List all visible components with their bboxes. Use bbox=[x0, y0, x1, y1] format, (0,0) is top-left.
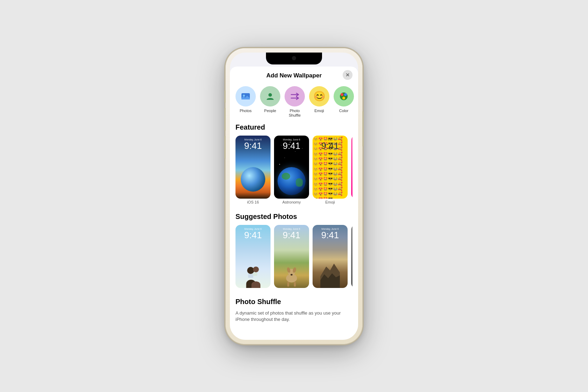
phone-frame: Add New Wallpaper ✕ Photos bbox=[226, 48, 362, 344]
wallpaper-types-row: Photos People bbox=[230, 83, 358, 123]
power-button bbox=[362, 111, 364, 146]
volume-up-button bbox=[224, 108, 226, 131]
svg-point-2 bbox=[268, 93, 272, 97]
people-time-overlay: Monday, June 6 9:41 bbox=[235, 225, 271, 240]
svg-rect-17 bbox=[294, 282, 296, 287]
suggested-card-landscape[interactable]: Monday, June 6 9:41 bbox=[313, 225, 348, 288]
photos-type-icon bbox=[235, 86, 256, 106]
camera bbox=[292, 56, 296, 60]
featured-section: Featured Monday, June 6 9:41 bbox=[235, 123, 353, 204]
wallpaper-type-people[interactable]: People bbox=[260, 86, 280, 118]
dog-clock: 9:41 bbox=[274, 230, 309, 240]
earth-image bbox=[278, 167, 306, 195]
wallpaper-type-shuffle[interactable]: PhotoShuffle bbox=[285, 86, 305, 118]
suggested-row: Monday, June 6 9:41 bbox=[235, 225, 353, 288]
wallpaper-type-emoji[interactable]: 😊 Emoji bbox=[309, 86, 329, 118]
color-label: Color bbox=[339, 109, 348, 113]
wallpaper-type-color[interactable]: Color bbox=[334, 86, 354, 118]
notch bbox=[266, 53, 322, 64]
emoji-wallpaper: 😊😍🤩😎😂🥰😊😍🤩😎😂🥰😊😍🤩😎😂🥰😊😍🤩😎😂🥰😊😍🤩😎😂🥰😊😍🤩😎😂🥰😊😍🤩😎… bbox=[313, 136, 348, 199]
emoji-clock: 9:41 bbox=[313, 141, 348, 151]
people-clock: 9:41 bbox=[235, 230, 271, 240]
emoji-card-label: Emoji bbox=[313, 200, 348, 204]
featured-card-astronomy[interactable]: Monday, June 6 9:41 Astronomy bbox=[274, 136, 309, 204]
phone-screen: Add New Wallpaper ✕ Photos bbox=[230, 53, 358, 340]
pink-wallpaper bbox=[351, 136, 353, 199]
featured-card-ios16[interactable]: Monday, June 6 9:41 iOS 16 bbox=[235, 136, 271, 204]
suggested-card-dog[interactable]: Monday, June 6 9:41 bbox=[274, 225, 309, 288]
svg-point-1 bbox=[243, 95, 245, 97]
ios16-time-overlay: Monday, June 6 9:41 bbox=[235, 136, 271, 151]
ios16-clock: 9:41 bbox=[235, 141, 271, 151]
suggested-title: Suggested Photos bbox=[235, 213, 353, 221]
photo-shuffle-section: Photo Shuffle A dynamic set of photos th… bbox=[235, 296, 353, 323]
photo-shuffle-title: Photo Shuffle bbox=[235, 298, 353, 306]
suggested-photos-section: Suggested Photos bbox=[235, 213, 353, 288]
shuffle-type-icon bbox=[285, 86, 305, 106]
astronomy-card-label: Astronomy bbox=[274, 200, 309, 204]
dog-time-overlay: Monday, June 6 9:41 bbox=[274, 225, 309, 240]
close-icon: ✕ bbox=[346, 72, 350, 78]
sheet-header: Add New Wallpaper ✕ bbox=[230, 67, 358, 83]
people-type-icon bbox=[260, 86, 280, 106]
sheet-title: Add New Wallpaper bbox=[266, 72, 322, 79]
astronomy-clock: 9:41 bbox=[274, 141, 309, 151]
landscape-photo-wallpaper: Monday, June 6 9:41 bbox=[313, 225, 348, 288]
svg-point-4 bbox=[341, 93, 343, 96]
volume-down-button bbox=[224, 136, 226, 159]
svg-rect-10 bbox=[253, 272, 257, 276]
suggested-card-partial[interactable] bbox=[351, 225, 353, 288]
emoji-time-overlay: 9:41 9:41 bbox=[313, 136, 348, 151]
sheet-scroll-area[interactable]: Featured Monday, June 6 9:41 bbox=[230, 123, 358, 340]
landscape-clock: 9:41 bbox=[313, 230, 348, 240]
featured-row: Monday, June 6 9:41 iOS 16 bbox=[235, 136, 353, 204]
featured-card-partial[interactable] bbox=[351, 136, 353, 204]
landscape-time-overlay: Monday, June 6 9:41 bbox=[313, 225, 348, 240]
emoji-label: Emoji bbox=[314, 109, 324, 113]
shuffle-label: PhotoShuffle bbox=[289, 109, 301, 118]
svg-point-15 bbox=[290, 274, 293, 275]
photos-label: Photos bbox=[240, 109, 252, 113]
mute-button bbox=[224, 90, 226, 103]
dog-photo-wallpaper: Monday, June 6 9:41 bbox=[274, 225, 309, 288]
suggested-card-people[interactable]: Monday, June 6 9:41 bbox=[235, 225, 271, 288]
close-button[interactable]: ✕ bbox=[343, 70, 353, 80]
partial-suggested-wallpaper bbox=[351, 225, 353, 288]
svg-point-8 bbox=[253, 267, 259, 273]
photo-shuffle-desc: A dynamic set of photos that shuffle as … bbox=[235, 310, 353, 323]
wallpaper-type-photos[interactable]: Photos bbox=[235, 86, 256, 118]
featured-card-emoji[interactable]: 😊😍🤩😎😂🥰😊😍🤩😎😂🥰😊😍🤩😎😂🥰😊😍🤩😎😂🥰😊😍🤩😎😂🥰😊😍🤩😎😂🥰😊😍🤩😎… bbox=[313, 136, 348, 204]
ios16-label: iOS 16 bbox=[235, 200, 271, 204]
svg-rect-16 bbox=[287, 282, 289, 287]
svg-point-5 bbox=[344, 93, 347, 96]
featured-title: Featured bbox=[235, 123, 353, 131]
add-wallpaper-sheet: Add New Wallpaper ✕ Photos bbox=[230, 67, 358, 340]
astronomy-time-overlay: Monday, June 6 9:41 bbox=[274, 136, 309, 151]
svg-rect-9 bbox=[248, 274, 253, 278]
emoji-type-icon: 😊 bbox=[309, 86, 329, 106]
astronomy-wallpaper: Monday, June 6 9:41 bbox=[274, 136, 309, 199]
svg-point-6 bbox=[342, 97, 345, 99]
people-photo-wallpaper: Monday, June 6 9:41 bbox=[235, 225, 271, 288]
ios16-wallpaper: Monday, June 6 9:41 bbox=[235, 136, 271, 199]
color-type-icon bbox=[334, 86, 354, 106]
people-label: People bbox=[264, 109, 276, 113]
